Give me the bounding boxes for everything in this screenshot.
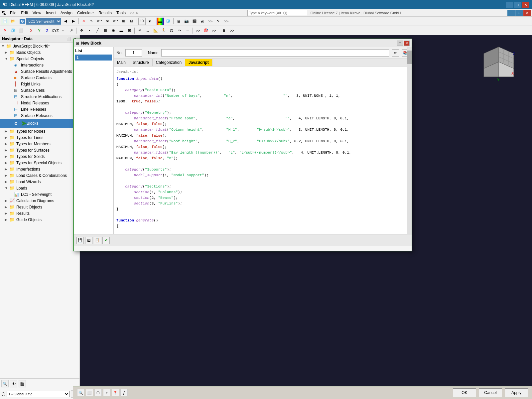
- tb-print[interactable]: 🖨: [199, 18, 206, 25]
- tb-eye[interactable]: 👁: [104, 18, 111, 25]
- tb2-render3[interactable]: 🎯: [202, 27, 209, 34]
- nav-surface-results[interactable]: ▲ Surface Results Adjustments: [0, 68, 79, 74]
- nav-types-nodes[interactable]: ▶ 📁 Types for Nodes: [0, 128, 79, 134]
- footer-image-btn[interactable]: 🖼: [85, 237, 92, 244]
- lc-selector[interactable]: LC1 Self-weight: [26, 18, 61, 25]
- nav-blocks[interactable]: ⚙ ➤ Blocks: [0, 119, 79, 128]
- tb2-stop[interactable]: ✕: [1, 27, 9, 34]
- nav-imperfections[interactable]: ▶ 📁 Imperfections: [0, 166, 79, 172]
- nav-load-cases[interactable]: ▶ 📁 Load Cases & Combinations: [0, 172, 79, 179]
- tb-open[interactable]: 📂: [9, 18, 17, 25]
- tb2-move[interactable]: ✥: [78, 27, 85, 34]
- tb2-member[interactable]: ▬: [118, 27, 125, 34]
- nav-special-objects[interactable]: ▼ 📁 Special Objects: [0, 56, 79, 62]
- nav-types-special[interactable]: ▶ 📁 Types for Special Objects: [0, 160, 79, 166]
- menu-calculate[interactable]: Calculate: [75, 10, 96, 16]
- tb2-person[interactable]: 🏃: [160, 27, 167, 34]
- tb-more2[interactable]: >>: [223, 18, 230, 25]
- nav-surface-cells[interactable]: ⊞ Surface Cells: [0, 87, 79, 93]
- tb-select[interactable]: ↖: [88, 18, 95, 25]
- menu-insert[interactable]: Insert: [44, 10, 58, 16]
- tb-3d[interactable]: 🧊: [165, 18, 172, 25]
- tab-javascript[interactable]: JavaScript: [185, 59, 212, 66]
- coord-btn[interactable]: ↻: [71, 390, 78, 398]
- tab-categorization[interactable]: Categorization: [153, 59, 185, 66]
- panel-maximize[interactable]: □: [515, 10, 523, 16]
- tb2-y[interactable]: Y: [36, 27, 43, 34]
- footer-save-btn[interactable]: 💾: [76, 237, 84, 244]
- tb-xxx2[interactable]: ×ˣˣ: [112, 18, 119, 25]
- tb2-star[interactable]: ✳: [136, 27, 143, 34]
- tb-more1[interactable]: >>: [207, 18, 214, 25]
- tb-xxx1[interactable]: ×ˣˣ: [96, 18, 103, 25]
- maximize-button[interactable]: □: [514, 2, 521, 8]
- tb-prev[interactable]: ◀: [62, 18, 69, 25]
- tb-video[interactable]: 🎬: [191, 18, 198, 25]
- tb-num[interactable]: 10: [138, 18, 146, 25]
- nav-types-lines[interactable]: ▶ 📁 Types for Lines: [0, 134, 79, 141]
- name-edit-btn[interactable]: ✏: [392, 49, 399, 57]
- nav-guide-objects[interactable]: ▶ 📁 Guide Objects: [0, 216, 79, 223]
- footer-copy-btn[interactable]: 📋: [94, 237, 101, 244]
- tb-cursor[interactable]: ↖: [215, 18, 222, 25]
- nav-load-wizards[interactable]: ▶ 📁 Load Wizards: [0, 179, 79, 185]
- dialog-scrollbar[interactable]: [407, 47, 412, 234]
- nav-types-solids[interactable]: ▶ 📁 Types for Solids: [0, 153, 79, 160]
- tb2-arrow[interactable]: →: [184, 27, 191, 34]
- tb2-measure[interactable]: 📐: [152, 27, 159, 34]
- tb-num-dn[interactable]: ▼: [146, 18, 154, 25]
- nav-loads[interactable]: ▼ 📁 Loads: [0, 185, 79, 191]
- menu-assign[interactable]: Assign: [59, 10, 74, 16]
- nav-types-surfaces[interactable]: ▶ 📁 Types for Surfaces: [0, 147, 79, 153]
- panel-close[interactable]: ✕: [523, 10, 531, 16]
- nav-surface-releases[interactable]: ⊞ Surface Releases: [0, 112, 79, 119]
- tb2-scale[interactable]: ⚖: [168, 27, 175, 34]
- tb2-frame[interactable]: ⬜: [17, 27, 25, 34]
- tb2-more2[interactable]: >>: [210, 27, 217, 34]
- nav-intersections[interactable]: ◈ Intersections: [0, 62, 79, 68]
- nav-btn2[interactable]: 👁: [10, 380, 17, 387]
- minimize-button[interactable]: —: [506, 2, 513, 8]
- tb-select2[interactable]: ⊞: [120, 18, 127, 25]
- tb2-more[interactable]: >>: [194, 27, 201, 34]
- nav-btn1[interactable]: 🔍: [1, 380, 9, 387]
- scrollbar-thumb[interactable]: [407, 51, 412, 64]
- nav-nodal-releases[interactable]: ⊣ Nodal Releases: [0, 100, 79, 106]
- dialog-title-bar[interactable]: ⊞ New Block □ ✕: [74, 39, 412, 47]
- tb-new[interactable]: 📄: [1, 18, 9, 25]
- no-input[interactable]: [125, 49, 142, 57]
- menu-results[interactable]: Results: [96, 10, 114, 16]
- nav-rigid-links[interactable]: ┃ Rigid Links: [0, 81, 79, 87]
- menu-view[interactable]: View: [31, 10, 43, 16]
- nav-basic-objects[interactable]: ▶ 📁 Basic Objects: [0, 49, 79, 56]
- tb2-grid[interactable]: ⊞: [126, 27, 133, 34]
- tb2-more3[interactable]: >>: [228, 27, 236, 34]
- nav-calc-diagrams[interactable]: ▶ 📈 Calculation Diagrams: [0, 198, 79, 204]
- list-item-1[interactable]: 1: [75, 55, 112, 61]
- nav-root[interactable]: ▼ 📁 JavaScript Block.rf6*: [0, 43, 79, 49]
- tab-main[interactable]: Main: [114, 59, 129, 66]
- menu-tools[interactable]: Tools: [114, 10, 128, 16]
- close-button[interactable]: ✕: [522, 2, 529, 8]
- nav-surface-contacts[interactable]: ■ Surface Contacts: [0, 74, 79, 81]
- tb2-solid[interactable]: ◉: [110, 27, 117, 34]
- tb2-wave[interactable]: 〜: [176, 27, 183, 34]
- nav-results[interactable]: ▶ 📁 Results: [0, 210, 79, 216]
- tb2-node[interactable]: •: [86, 27, 93, 34]
- panel-minimize[interactable]: —: [507, 10, 515, 16]
- tb-select3[interactable]: ⊠: [128, 18, 135, 25]
- menu-edit[interactable]: Edit: [19, 10, 30, 16]
- nav-line-releases[interactable]: ⊢ Line Releases: [0, 106, 79, 112]
- dialog-maximize[interactable]: □: [397, 41, 403, 46]
- tb2-line[interactable]: ╱: [94, 27, 101, 34]
- search-input[interactable]: [247, 10, 307, 16]
- tb-next[interactable]: ▶: [70, 18, 77, 25]
- tb2-surf[interactable]: ▦: [102, 27, 109, 34]
- name-input[interactable]: [161, 49, 389, 57]
- tb-color[interactable]: ▬: [157, 18, 164, 25]
- footer-check-btn[interactable]: ✔: [102, 237, 110, 244]
- tb2-diag1[interactable]: ↗: [67, 27, 75, 34]
- tb2-arrows[interactable]: ↔: [60, 27, 67, 34]
- coord-system-select[interactable]: 1 - Global XYZ: [7, 391, 69, 397]
- tb2-xyz[interactable]: XYZ: [52, 27, 59, 34]
